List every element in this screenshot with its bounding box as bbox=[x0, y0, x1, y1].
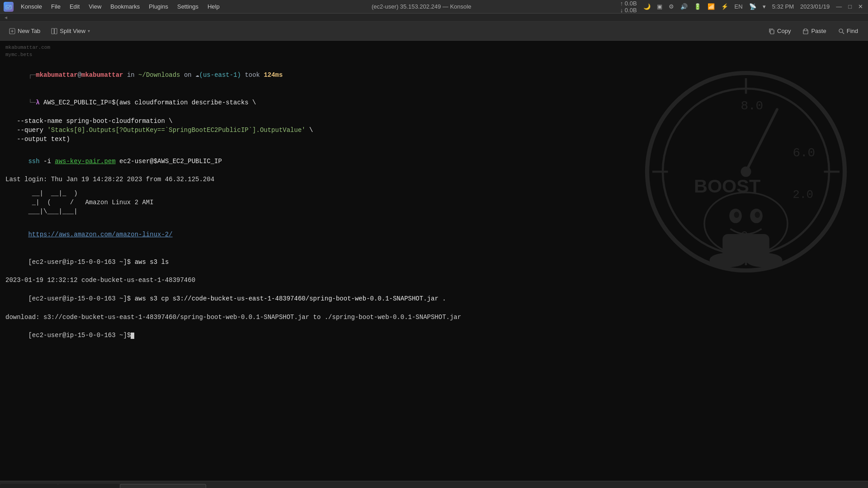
menu-help[interactable]: Help bbox=[203, 1, 224, 12]
svg-rect-0 bbox=[6, 5, 11, 9]
new-tab-button[interactable]: New Tab bbox=[5, 25, 45, 37]
art-line-1: __| __|_ ) bbox=[5, 189, 863, 198]
amazon-url-line: https://aws.amazon.com/amazon-linux-2/ bbox=[5, 221, 863, 249]
ssh-line: ssh -i aws-key-pair.pem ec2-user@$AWS_EC… bbox=[5, 148, 863, 175]
cmd-line-3: --query 'Stacks[0].Outputs[?OutputKey==`… bbox=[5, 126, 863, 135]
cmd-line-4: --output text) bbox=[5, 135, 863, 144]
network2-icon: 📡 bbox=[748, 2, 758, 11]
final-prompt: [ec2-user@ip-15-0-0-163 ~]$ bbox=[5, 322, 863, 349]
find-button[interactable]: Find bbox=[833, 25, 863, 37]
s3-ls-prompt: [ec2-user@ip-15-0-0-163 ~]$ aws s3 ls bbox=[5, 249, 863, 276]
split-icon bbox=[51, 28, 57, 34]
menu-bar: Konsole File Edit View Bookmarks Plugins… bbox=[16, 1, 224, 12]
tab-ec2[interactable]: (ec2-user) 35.153.202.249 ✕ bbox=[120, 484, 206, 488]
expand-icon: ▾ bbox=[761, 2, 767, 11]
tab-portfolio[interactable]: portfolio : node ✕ bbox=[0, 484, 58, 488]
prompt-line-2: └─λ AWS_EC2_PUBLIC_IP=$(aws cloudformati… bbox=[5, 89, 863, 117]
titlebar: Konsole File Edit View Bookmarks Plugins… bbox=[0, 0, 868, 14]
terminal-container[interactable]: 8.0 6.0 2.0 0 BOOST mkabumatt bbox=[0, 41, 868, 481]
s3-ls-result: 2023-01-19 12:32:12 code-bucket-us-east-… bbox=[5, 276, 863, 285]
find-label: Find bbox=[847, 28, 858, 34]
svg-line-10 bbox=[842, 32, 844, 34]
last-login-line: Last login: Thu Jan 19 14:28:22 2023 fro… bbox=[5, 175, 863, 184]
scroll-indicator: ◀ bbox=[5, 15, 7, 20]
s3-cp-result: download: s3://code-bucket-us-east-1-483… bbox=[5, 313, 863, 322]
tabbar: portfolio : node ✕ Downloads : zsh ✕ (ec… bbox=[0, 481, 868, 488]
window-title: (ec2-user) 35.153.202.249 — Konsole bbox=[224, 3, 619, 10]
menu-plugins[interactable]: Plugins bbox=[144, 1, 173, 12]
bluetooth-icon: ⚡ bbox=[720, 2, 730, 11]
prev-session-line: mkabumattar.com bbox=[5, 44, 863, 52]
art-line-2: _| ( / Amazon Linux 2 AMI bbox=[5, 198, 863, 207]
toolbar-right: Copy Paste Find bbox=[763, 25, 863, 37]
battery-icon: 🔋 bbox=[693, 2, 703, 11]
date: 2023/01/19 bbox=[799, 2, 831, 11]
display-icon: ▣ bbox=[656, 2, 664, 11]
close-icon[interactable]: ✕ bbox=[857, 2, 864, 11]
svg-rect-8 bbox=[804, 29, 807, 31]
titlebar-left: Konsole File Edit View Bookmarks Plugins… bbox=[4, 1, 224, 12]
prompt-dir: ~/Downloads bbox=[138, 71, 180, 79]
art-line-3: ___|\___|___| bbox=[5, 207, 863, 216]
split-view-label: Split View bbox=[60, 28, 85, 34]
svg-rect-6 bbox=[770, 30, 774, 34]
titlebar-right: ↑ 0.0B ↓ 0.0B 🌙 ▣ ⚙ 🔊 🔋 📶 ⚡ EN 📡 ▾ 5:32 … bbox=[619, 0, 864, 14]
copy-button[interactable]: Copy bbox=[763, 25, 796, 37]
menu-konsole[interactable]: Konsole bbox=[16, 1, 47, 12]
terminal-content[interactable]: mkabumattar.com mymc.bets ┌─mkabumattar@… bbox=[0, 41, 868, 353]
upload-stat: ↑ 0.0B bbox=[620, 0, 637, 7]
copy-icon bbox=[769, 28, 775, 34]
new-tab-label: New Tab bbox=[18, 28, 40, 34]
svg-point-9 bbox=[839, 29, 843, 33]
wifi-icon: 📶 bbox=[706, 2, 716, 11]
menu-file[interactable]: File bbox=[47, 1, 65, 12]
maximize-icon[interactable]: □ bbox=[847, 2, 853, 11]
prompt-host: mkabumattar bbox=[81, 71, 123, 79]
network-icon: ↑ 0.0B ↓ 0.0B bbox=[619, 0, 638, 14]
download-stat: ↓ 0.0B bbox=[620, 7, 637, 14]
svg-rect-5 bbox=[55, 28, 57, 34]
menu-settings[interactable]: Settings bbox=[173, 1, 203, 12]
menu-bookmarks[interactable]: Bookmarks bbox=[106, 1, 144, 12]
prompt-line-1: ┌─mkabumattar@mkabumattar in ~/Downloads… bbox=[5, 61, 863, 89]
copy-label: Copy bbox=[777, 28, 791, 34]
cursor bbox=[131, 333, 134, 339]
menu-edit[interactable]: Edit bbox=[65, 1, 84, 12]
paste-button[interactable]: Paste bbox=[797, 25, 831, 37]
split-view-button[interactable]: Split View ▾ bbox=[47, 25, 94, 37]
plus-icon bbox=[9, 28, 15, 34]
toolbar: New Tab Split View ▾ Copy Paste bbox=[0, 22, 868, 41]
clock: 5:32 PM bbox=[771, 2, 795, 11]
minimize-icon[interactable]: — bbox=[835, 2, 843, 11]
menu-view[interactable]: View bbox=[84, 1, 106, 12]
settings-icon: ⚙ bbox=[667, 2, 675, 11]
audio-icon: 🔊 bbox=[679, 2, 689, 11]
prev-session-line2: mymc.bets bbox=[5, 52, 863, 59]
search-icon bbox=[838, 28, 844, 34]
lang-indicator: EN bbox=[733, 2, 744, 11]
s3-cp-prompt: [ec2-user@ip-15-0-0-163 ~]$ aws s3 cp s3… bbox=[5, 285, 863, 313]
prompt-user: mkabumattar bbox=[36, 71, 77, 79]
app-icon bbox=[4, 2, 14, 12]
paste-icon bbox=[802, 28, 809, 34]
cmd-line-2: --stack-name spring-boot-cloudformation … bbox=[5, 117, 863, 126]
tab-downloads[interactable]: Downloads : zsh ✕ bbox=[58, 484, 120, 488]
svg-rect-4 bbox=[52, 28, 54, 34]
paste-label: Paste bbox=[811, 28, 826, 34]
split-chevron-icon: ▾ bbox=[88, 28, 90, 33]
theme-icon: 🌙 bbox=[642, 2, 652, 11]
